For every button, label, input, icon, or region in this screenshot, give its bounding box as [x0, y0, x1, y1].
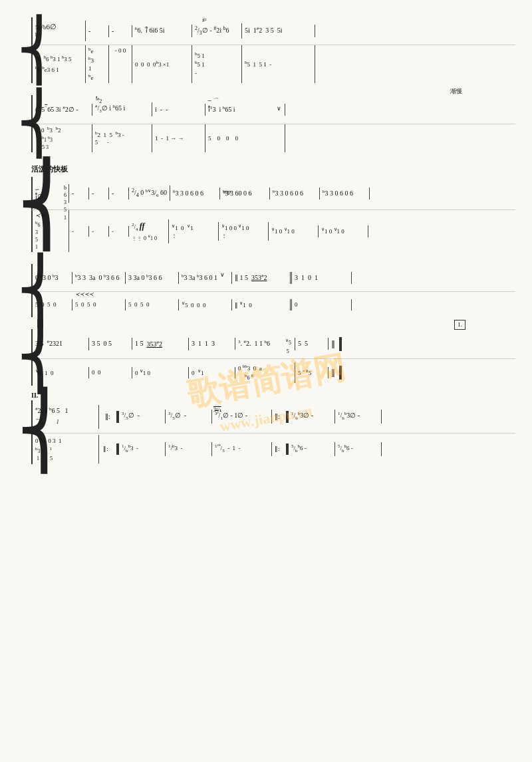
cell-s3-l-5: 2/4 ff ⋮⋮ 0 ∨1 0	[129, 219, 169, 243]
cell-s3-u-1: ∽ i̊∅ b6351	[33, 184, 69, 203]
cell-s1-l-3: - 0 0	[109, 45, 132, 83]
cell-s2-u-2: i̊#2 #/3∅ i b65 i	[92, 102, 152, 116]
cell-s2-l-2: b2 1 5 b3 - 5 -	[92, 124, 152, 152]
section-label-3: 活泼的快板	[31, 164, 515, 174]
cell-s1-u-2: -	[86, 25, 109, 37]
system-3: ⎨ 活泼的快板 ∽ i̊∅ b6351 - - - 2/4 0 b∨3/6 60	[31, 164, 515, 252]
cell-s3-u-9: b3 3 0 6 0 6	[320, 188, 370, 199]
cell-s4-u-4: ∨ b3 3a b3 6 0 1	[179, 272, 232, 284]
cell-s1-u-5: #² 2/3∅ - #2i b6	[192, 23, 242, 39]
cell-s5-l-6: 5 ×∨5	[295, 367, 329, 379]
cell-s2-u-3: i - -	[152, 104, 205, 116]
staff-upper-6: #2. 1 b6 5 1 ∽/5 1 ‖: 3/5∅ - 3/5∅ - 3²/	[31, 400, 515, 434]
cell-s5-u-3: 1 5 353#2	[132, 338, 189, 350]
system-5: ⎨ 1. 3 5 #2321 3 5 0 5 1 5 353#2 3 1 1 3	[31, 329, 515, 386]
cell-s1-u-3: -	[109, 25, 132, 37]
cell-s4-l-1: 5 0 5 0	[33, 299, 72, 311]
cell-s3-u-4: -	[109, 188, 129, 199]
cell-s5-l-2: 0 0	[89, 367, 132, 378]
score-content: ⎨ 5b/b6∅ b - - b6. i̊ 6i6 5i #² 2/3∅ - #…	[13, 7, 519, 481]
cell-s3-u-6: b3 3 0 6 0 6	[170, 188, 220, 199]
cell-s3-u-2: -	[69, 188, 89, 199]
cell-s2-l-4: 5 0 0 0	[205, 124, 285, 152]
cell-s4-u-6: 3 1 0 1	[292, 272, 352, 284]
cell-s4-u-5: ‖ 1 5 353#2	[232, 272, 292, 284]
cell-s6-u-4: 3/5∅ -	[166, 410, 212, 424]
cell-s4-u-2: b3 3 3a 0 b3 6 6	[72, 272, 126, 284]
cell-s3-u-7: mp b3 3 60 0 6	[220, 188, 270, 199]
cell-s1-l-6: b5 1 5 1 -	[242, 45, 315, 83]
cell-s2-l-1: 0 0 b3 b2 b1 b3 5 3	[33, 124, 92, 152]
cell-s3-l-9: ∨1 0 ∨1 0	[319, 225, 368, 237]
cell-s4-u-1: 0 b3 0 b3	[33, 272, 72, 284]
cell-s1-l-1: b6 b6 b3 1 b3 5 b6 be3 6 1	[33, 45, 86, 83]
cell-s3-l-7: ∨1 0 0 ∨1 0 ⋮	[219, 222, 269, 241]
cell-s5-u-4: 3 1 1 3	[189, 338, 235, 350]
cell-s6-l-6: ‖:	[272, 444, 289, 455]
cell-s5-u-5: ∨5 5 3. #2. 1 1 b6	[235, 338, 295, 350]
staff-lower-3: ≺≺ b6 3 5 1 - - - 2/4 ff ⋮⋮ 0 ∨1 0	[31, 210, 515, 252]
cell-s6-l-2: ‖:	[99, 444, 119, 455]
staff-upper-3: ∽ i̊∅ b6351 - - - 2/4 0 b∨3/6 60 b3 3 0 …	[31, 177, 515, 210]
cell-s3-u-3: -	[89, 188, 109, 199]
cell-s6-u-6: ‖:	[272, 411, 289, 423]
cell-s3-l-4: -	[109, 226, 129, 237]
cell-s5-u-1: 3 5 #2321	[33, 338, 89, 350]
cell-s1-u-6: 5i 1#2 3 5 5i	[242, 25, 315, 37]
cell-s5-u-6: 5 5	[295, 338, 329, 350]
cell-s6-u-3: 3/5∅ -	[119, 410, 166, 424]
staff-lower-1: b6 b6 b3 1 b3 5 b6 be3 6 1 be b3 1 be - …	[31, 45, 515, 83]
cell-s5-u-2: 3 5 0 5	[89, 338, 132, 350]
cell-s6-l-4: 1/b3 -	[166, 442, 212, 456]
system-2: ⎨ 渐慢 (∽5⁻65 3i #2∅ - i̊#2 #/3∅ i b65 i i…	[31, 95, 515, 152]
cell-s4-u-3: 3 3a 0 b3 6 6	[126, 272, 179, 284]
cell-s4-l-4: ∨5 0 0 0	[179, 299, 232, 311]
sheet-music: 歌谱简谱网 www.jianpu.cn ⎨ 5b/b6∅ b - - b6. i…	[0, 0, 532, 762]
cell-s5-l-3: 0 ∨1 0	[132, 367, 189, 379]
cell-s1-u-4: b6. i̊ 6i6 5i	[132, 25, 192, 37]
cell-s2-u-4: ∽ ⌒ i̊13 i b65 i ∨	[205, 104, 285, 116]
cell-s3-l-2: -	[69, 226, 89, 237]
system-1: ⎨ 5b/b6∅ b - - b6. i̊ 6i6 5i #² 2/3∅ - #…	[31, 17, 515, 83]
cell-s6-l-8: 5/bb6 -	[335, 442, 382, 456]
cell-s3-l-3: -	[89, 226, 109, 237]
section-marker-I: 1.	[454, 320, 466, 330]
staff-lower-4: 5 0 5 0 ≺≺≺≺ 5 0 5 0 5 0 5 0 ∨5 0 0 0 ‖	[31, 292, 515, 317]
staff-upper-4: 0 b3 0 b3 b3 3 3a 0 b3 6 6 3 3a 0 b3 6 6…	[31, 264, 515, 292]
system-4: ⎨ 0 b3 0 b3 b3 3 3a 0 b3 6 6 3 3a 0 b3 6…	[31, 264, 515, 317]
cell-s3-l-6: ∨1 0 ∨1 ⋮	[169, 222, 219, 241]
staff-upper-1: 5b/b6∅ b - - b6. i̊ 6i6 5i #² 2/3∅ - #2i…	[31, 17, 515, 45]
cell-s3-u-5: 2/4 0 b∨3/6 60	[129, 186, 170, 201]
staff-lower-2: 0 0 b3 b2 b1 b3 5 3 b2 1 5 b3 - 5 - 1 - …	[31, 124, 515, 152]
cell-s2-l-3: 1 - 1 → →	[152, 124, 205, 152]
cell-s3-l-8: ∨1 0 ∨1 0	[269, 225, 319, 237]
cell-s5-u-7: ‖	[329, 337, 342, 351]
cell-s5-l-7: ‖	[329, 366, 342, 380]
cell-s5-l-1: ∨6 1 0	[33, 367, 89, 379]
cell-s5-l-5: 0 bb3 0 a b6 6	[235, 362, 295, 382]
cell-s6-u-7: 1/bb3∅ -	[289, 410, 335, 424]
cell-s3-u-8: b3 3 0 6 0 6	[270, 188, 320, 199]
cell-s6-u-5: 3²/₁ 3²/1∅ - 1∅ -	[212, 410, 272, 424]
cell-s6-l-1: 0 b6 0 3 1 b3 1 1 5	[33, 435, 99, 464]
cell-s1-l-2: be b3 1 be	[86, 45, 109, 83]
cell-s6-l-5: 1²⁶/5 - 1 -	[212, 442, 272, 456]
cell-s6-u-2: ‖:	[99, 411, 119, 423]
system-6: ⎨ II. #2. 1 b6 5 1 ∽/5 1 ‖: 3/5∅ -	[31, 400, 515, 464]
cell-s1-l-5: b5 1 b5 1 -	[192, 45, 242, 83]
cell-s5-l-4: 0 ∨1	[189, 367, 235, 379]
staff-lower-6: 0 b6 0 3 1 b3 1 1 5 ‖: 1/bb3 - 1/b3 - 1²…	[31, 434, 515, 464]
cell-s6-u-8: 1/bb3∅ -	[335, 410, 382, 424]
cell-s1-l-4: 0 0 0 0b3 ×1	[132, 45, 192, 83]
staff-upper-5: 3 5 #2321 3 5 0 5 1 5 353#2 3 1 1 3 ∨5 5	[31, 329, 515, 359]
section-marker-II: II.	[31, 391, 38, 400]
cell-s2-u-1: (∽5⁻65 3i #2∅ -	[33, 104, 92, 116]
cell-s6-l-7: 5/bb6 -	[289, 442, 335, 456]
tempo-mark-jiànmàn: 渐慢	[450, 87, 462, 96]
cell-s4-l-5: ‖ ∨1 0	[232, 299, 292, 311]
cell-s4-l-3: 5 0 5 0	[126, 299, 179, 311]
cell-s4-l-6: 0	[292, 299, 352, 311]
cell-s4-l-2: ≺≺≺≺ 5 0 5 0	[72, 299, 126, 311]
staff-upper-2: (∽5⁻65 3i #2∅ - i̊#2 #/3∅ i b65 i i - - …	[31, 95, 515, 124]
cell-s1-u-1: 5b/b6∅ b	[33, 21, 86, 42]
